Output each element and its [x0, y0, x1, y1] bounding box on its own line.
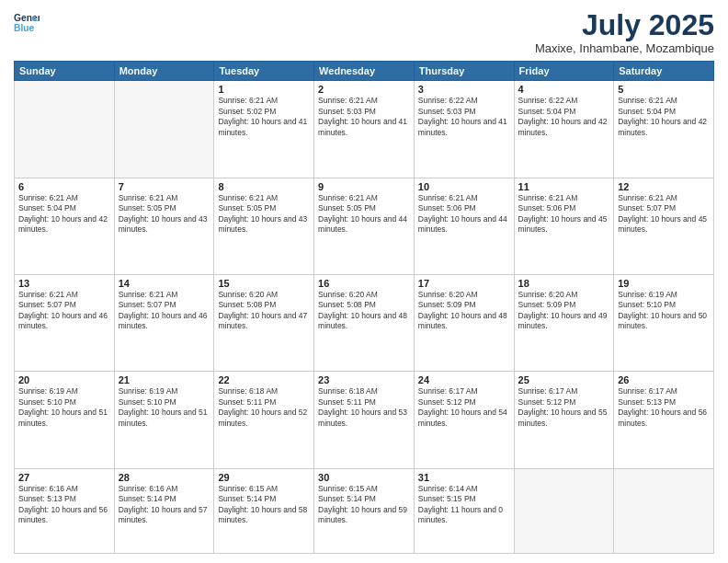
- cell-text: Sunrise: 6:19 AMSunset: 5:10 PMDaylight:…: [119, 386, 210, 429]
- day-number: 7: [119, 181, 210, 192]
- table-cell: 6Sunrise: 6:21 AMSunset: 5:04 PMDaylight…: [15, 178, 115, 274]
- svg-text:Blue: Blue: [14, 23, 35, 33]
- cell-text: Sunrise: 6:21 AMSunset: 5:02 PMDaylight:…: [218, 96, 310, 138]
- cell-text: Sunrise: 6:17 AMSunset: 5:13 PMDaylight:…: [618, 386, 710, 429]
- table-cell: [15, 81, 115, 178]
- day-number: 4: [518, 84, 610, 95]
- table-cell: 23Sunrise: 6:18 AMSunset: 5:11 PMDayligh…: [314, 372, 415, 468]
- table-cell: 2Sunrise: 6:21 AMSunset: 5:03 PMDaylight…: [314, 81, 415, 178]
- header-sunday: Sunday: [15, 62, 115, 81]
- title-block: July 2025 Maxixe, Inhambane, Mozambique: [535, 9, 714, 55]
- day-number: 19: [618, 278, 710, 289]
- day-number: 5: [618, 84, 710, 95]
- cell-text: Sunrise: 6:21 AMSunset: 5:07 PMDaylight:…: [618, 193, 710, 236]
- day-number: 29: [218, 472, 310, 483]
- cell-text: Sunrise: 6:21 AMSunset: 5:07 PMDaylight:…: [119, 290, 210, 332]
- cell-text: Sunrise: 6:21 AMSunset: 5:06 PMDaylight:…: [418, 193, 510, 236]
- cell-text: Sunrise: 6:21 AMSunset: 5:03 PMDaylight:…: [318, 96, 410, 138]
- table-cell: 21Sunrise: 6:19 AMSunset: 5:10 PMDayligh…: [114, 372, 214, 468]
- header-saturday: Saturday: [614, 62, 714, 81]
- day-number: 13: [18, 278, 110, 289]
- table-cell: 15Sunrise: 6:20 AMSunset: 5:08 PMDayligh…: [214, 274, 314, 371]
- day-number: 12: [618, 181, 710, 192]
- page: General Blue July 2025 Maxixe, Inhambane…: [0, 0, 728, 563]
- header-monday: Monday: [114, 62, 214, 81]
- header-thursday: Thursday: [414, 62, 514, 81]
- week-row-2: 6Sunrise: 6:21 AMSunset: 5:04 PMDaylight…: [15, 178, 714, 274]
- month-title: July 2025: [535, 9, 714, 41]
- cell-text: Sunrise: 6:21 AMSunset: 5:05 PMDaylight:…: [218, 193, 310, 236]
- table-cell: 31Sunrise: 6:14 AMSunset: 5:15 PMDayligh…: [414, 468, 514, 553]
- week-row-1: 1Sunrise: 6:21 AMSunset: 5:02 PMDaylight…: [15, 81, 714, 178]
- day-number: 23: [318, 374, 410, 385]
- table-cell: 7Sunrise: 6:21 AMSunset: 5:05 PMDaylight…: [114, 178, 214, 274]
- day-number: 9: [318, 181, 410, 192]
- cell-text: Sunrise: 6:17 AMSunset: 5:12 PMDaylight:…: [518, 386, 610, 429]
- cell-text: Sunrise: 6:21 AMSunset: 5:06 PMDaylight:…: [518, 193, 610, 236]
- cell-text: Sunrise: 6:15 AMSunset: 5:14 PMDaylight:…: [318, 484, 410, 526]
- day-number: 30: [318, 472, 410, 483]
- day-number: 24: [418, 374, 510, 385]
- day-number: 21: [119, 374, 210, 385]
- week-row-4: 20Sunrise: 6:19 AMSunset: 5:10 PMDayligh…: [15, 372, 714, 468]
- table-cell: 13Sunrise: 6:21 AMSunset: 5:07 PMDayligh…: [15, 274, 115, 371]
- weekday-header-row: Sunday Monday Tuesday Wednesday Thursday…: [15, 62, 714, 81]
- table-cell: 17Sunrise: 6:20 AMSunset: 5:09 PMDayligh…: [414, 274, 514, 371]
- cell-text: Sunrise: 6:16 AMSunset: 5:14 PMDaylight:…: [119, 484, 210, 526]
- day-number: 15: [218, 278, 310, 289]
- table-cell: 19Sunrise: 6:19 AMSunset: 5:10 PMDayligh…: [614, 274, 714, 371]
- table-cell: 14Sunrise: 6:21 AMSunset: 5:07 PMDayligh…: [114, 274, 214, 371]
- table-cell: 28Sunrise: 6:16 AMSunset: 5:14 PMDayligh…: [114, 468, 214, 553]
- day-number: 17: [418, 278, 510, 289]
- day-number: 26: [618, 374, 710, 385]
- day-number: 6: [18, 181, 110, 192]
- table-cell: 11Sunrise: 6:21 AMSunset: 5:06 PMDayligh…: [514, 178, 614, 274]
- table-cell: 29Sunrise: 6:15 AMSunset: 5:14 PMDayligh…: [214, 468, 314, 553]
- table-cell: 26Sunrise: 6:17 AMSunset: 5:13 PMDayligh…: [614, 372, 714, 468]
- header-wednesday: Wednesday: [314, 62, 415, 81]
- table-cell: 3Sunrise: 6:22 AMSunset: 5:03 PMDaylight…: [414, 81, 514, 178]
- cell-text: Sunrise: 6:17 AMSunset: 5:12 PMDaylight:…: [418, 386, 510, 429]
- day-number: 22: [218, 374, 310, 385]
- subtitle: Maxixe, Inhambane, Mozambique: [535, 41, 714, 55]
- table-cell: 4Sunrise: 6:22 AMSunset: 5:04 PMDaylight…: [514, 81, 614, 178]
- logo-icon: General Blue: [14, 9, 40, 35]
- table-cell: 1Sunrise: 6:21 AMSunset: 5:02 PMDaylight…: [214, 81, 314, 178]
- cell-text: Sunrise: 6:21 AMSunset: 5:07 PMDaylight:…: [18, 290, 110, 332]
- cell-text: Sunrise: 6:20 AMSunset: 5:08 PMDaylight:…: [218, 290, 310, 332]
- cell-text: Sunrise: 6:19 AMSunset: 5:10 PMDaylight:…: [18, 386, 110, 429]
- cell-text: Sunrise: 6:16 AMSunset: 5:13 PMDaylight:…: [18, 484, 110, 526]
- table-cell: 24Sunrise: 6:17 AMSunset: 5:12 PMDayligh…: [414, 372, 514, 468]
- calendar-table: Sunday Monday Tuesday Wednesday Thursday…: [14, 61, 714, 554]
- table-cell: [114, 81, 214, 178]
- day-number: 16: [318, 278, 410, 289]
- table-cell: 5Sunrise: 6:21 AMSunset: 5:04 PMDaylight…: [614, 81, 714, 178]
- table-cell: 12Sunrise: 6:21 AMSunset: 5:07 PMDayligh…: [614, 178, 714, 274]
- table-cell: 10Sunrise: 6:21 AMSunset: 5:06 PMDayligh…: [414, 178, 514, 274]
- cell-text: Sunrise: 6:14 AMSunset: 5:15 PMDaylight:…: [418, 484, 510, 526]
- table-cell: 25Sunrise: 6:17 AMSunset: 5:12 PMDayligh…: [514, 372, 614, 468]
- header-tuesday: Tuesday: [214, 62, 314, 81]
- table-cell: 20Sunrise: 6:19 AMSunset: 5:10 PMDayligh…: [15, 372, 115, 468]
- table-cell: 22Sunrise: 6:18 AMSunset: 5:11 PMDayligh…: [214, 372, 314, 468]
- cell-text: Sunrise: 6:15 AMSunset: 5:14 PMDaylight:…: [218, 484, 310, 526]
- logo: General Blue: [14, 9, 40, 35]
- day-number: 11: [518, 181, 610, 192]
- day-number: 27: [18, 472, 110, 483]
- cell-text: Sunrise: 6:21 AMSunset: 5:04 PMDaylight:…: [618, 96, 710, 138]
- table-cell: 8Sunrise: 6:21 AMSunset: 5:05 PMDaylight…: [214, 178, 314, 274]
- day-number: 31: [418, 472, 510, 483]
- day-number: 14: [119, 278, 210, 289]
- week-row-5: 27Sunrise: 6:16 AMSunset: 5:13 PMDayligh…: [15, 468, 714, 553]
- header: General Blue July 2025 Maxixe, Inhambane…: [14, 9, 714, 55]
- day-number: 3: [418, 84, 510, 95]
- day-number: 10: [418, 181, 510, 192]
- cell-text: Sunrise: 6:21 AMSunset: 5:04 PMDaylight:…: [18, 193, 110, 236]
- cell-text: Sunrise: 6:20 AMSunset: 5:09 PMDaylight:…: [518, 290, 610, 332]
- cell-text: Sunrise: 6:22 AMSunset: 5:04 PMDaylight:…: [518, 96, 610, 138]
- header-friday: Friday: [514, 62, 614, 81]
- cell-text: Sunrise: 6:20 AMSunset: 5:08 PMDaylight:…: [318, 290, 410, 332]
- table-cell: 16Sunrise: 6:20 AMSunset: 5:08 PMDayligh…: [314, 274, 415, 371]
- table-cell: 30Sunrise: 6:15 AMSunset: 5:14 PMDayligh…: [314, 468, 415, 553]
- table-cell: 27Sunrise: 6:16 AMSunset: 5:13 PMDayligh…: [15, 468, 115, 553]
